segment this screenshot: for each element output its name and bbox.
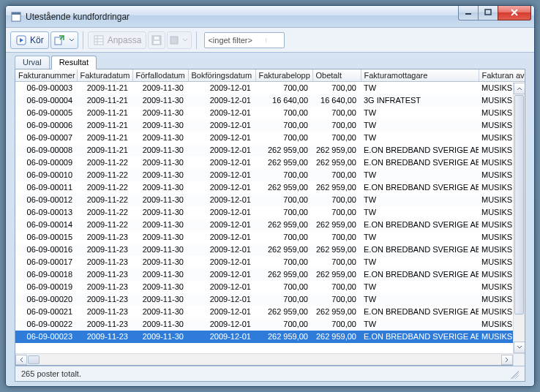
cell: 2009-12-01 xyxy=(188,331,255,343)
save-button[interactable] xyxy=(148,31,165,49)
cell: 2009-11-23 xyxy=(77,281,132,293)
table-row[interactable]: 06-09-000112009-11-222009-11-302009-12-0… xyxy=(15,181,525,194)
export-button[interactable] xyxy=(50,31,78,49)
app-window: Utestående kundfordringar Kör xyxy=(5,5,535,387)
cell: 2009-11-23 xyxy=(77,331,132,343)
cell: TW xyxy=(361,318,479,331)
table-row[interactable]: 06-09-000082009-11-212009-11-302009-12-0… xyxy=(15,144,525,157)
cell: 700,00 xyxy=(312,293,361,306)
column-header[interactable]: Bokföringsdatum xyxy=(188,69,255,82)
cell: 2009-11-30 xyxy=(132,157,188,169)
tab-resultat[interactable]: Resultat xyxy=(51,56,97,69)
scroll-thumb[interactable] xyxy=(514,95,524,314)
cell: 700,00 xyxy=(312,169,361,181)
table-row[interactable]: 06-09-000062009-11-212009-11-302009-12-0… xyxy=(15,119,525,132)
column-header[interactable]: Förfallodatum xyxy=(132,69,188,82)
save-dropdown-button[interactable] xyxy=(167,31,192,49)
filter-select[interactable]: <inget filter> xyxy=(204,32,285,48)
cell: 262 959,00 xyxy=(312,306,361,318)
cell: 2009-12-01 xyxy=(188,157,255,169)
vertical-scrollbar[interactable] xyxy=(513,83,525,353)
horizontal-scrollbar[interactable] xyxy=(15,353,525,365)
cell: 2009-12-01 xyxy=(188,181,255,194)
cell: 2009-11-30 xyxy=(132,107,188,119)
cell: 2009-11-30 xyxy=(132,293,188,306)
chevron-up-icon xyxy=(517,86,522,91)
scroll-down-button[interactable] xyxy=(514,342,525,353)
cell: 262 959,00 xyxy=(255,268,312,281)
cell: TW xyxy=(361,107,479,119)
cell: 2009-12-01 xyxy=(188,107,255,119)
cell: 2009-11-30 xyxy=(132,206,188,219)
titlebar[interactable]: Utestående kundfordringar xyxy=(6,6,534,28)
cell: 262 959,00 xyxy=(312,268,361,281)
column-header[interactable]: Obetalt xyxy=(312,69,361,82)
table-row[interactable]: 06-09-000212009-11-232009-11-302009-12-0… xyxy=(15,306,525,318)
tabstrip: Urval Resultat xyxy=(10,53,530,69)
table-row[interactable]: 06-09-000232009-11-232009-11-302009-12-0… xyxy=(15,331,525,343)
close-button[interactable] xyxy=(498,6,531,20)
customize-button[interactable]: Anpassa xyxy=(88,31,147,49)
table-row[interactable]: 06-09-000042009-11-212009-11-302009-12-0… xyxy=(15,94,525,107)
table-row[interactable]: 06-09-000032009-11-212009-11-302009-12-0… xyxy=(15,82,525,94)
table-row[interactable]: 06-09-000182009-11-232009-11-302009-12-0… xyxy=(15,268,525,281)
svg-rect-6 xyxy=(94,36,103,45)
cell: E.ON BREDBAND SVERIGE AB xyxy=(361,268,479,281)
table-row[interactable]: 06-09-000152009-11-232009-11-302009-12-0… xyxy=(15,231,525,244)
maximize-button[interactable] xyxy=(478,6,498,20)
column-header[interactable]: Fakturadatum xyxy=(77,69,132,82)
cell: 2009-12-01 xyxy=(188,268,255,281)
scroll-left-button[interactable] xyxy=(15,355,27,365)
table-row[interactable]: 06-09-000222009-11-232009-11-302009-12-0… xyxy=(15,318,525,331)
cell: 2009-11-30 xyxy=(132,169,188,181)
cell: 700,00 xyxy=(312,281,361,293)
cell: E.ON BREDBAND SVERIGE AB xyxy=(361,331,479,343)
cell: 262 959,00 xyxy=(255,219,312,231)
resize-grip-icon[interactable] xyxy=(509,369,519,379)
cell: TW xyxy=(361,256,479,268)
cell: 2009-11-22 xyxy=(77,169,132,181)
table-row[interactable]: 06-09-000102009-11-222009-11-302009-12-0… xyxy=(15,169,525,181)
scroll-right-button[interactable] xyxy=(501,355,513,365)
table-row[interactable]: 06-09-000202009-11-232009-11-302009-12-0… xyxy=(15,293,525,306)
table-row[interactable]: 06-09-000122009-11-222009-11-302009-12-0… xyxy=(15,194,525,206)
tab-urval[interactable]: Urval xyxy=(15,56,50,69)
cell: 2009-12-01 xyxy=(188,256,255,268)
run-button[interactable]: Kör xyxy=(10,31,49,49)
table-row[interactable]: 06-09-000052009-11-212009-11-302009-12-0… xyxy=(15,107,525,119)
cell: 2009-11-30 xyxy=(132,144,188,157)
scroll-up-button[interactable] xyxy=(514,83,525,94)
chevron-down-icon xyxy=(181,38,189,42)
table-row[interactable]: 06-09-000162009-11-232009-11-302009-12-0… xyxy=(15,244,525,256)
svg-rect-1 xyxy=(12,12,20,15)
cell: 700,00 xyxy=(312,231,361,244)
table-row[interactable]: 06-09-000072009-11-212009-11-302009-12-0… xyxy=(15,132,525,144)
table-row[interactable]: 06-09-000092009-11-222009-11-302009-12-0… xyxy=(15,157,525,169)
column-header[interactable]: Fakturamottagare xyxy=(361,69,479,82)
cell: 2009-12-01 xyxy=(188,244,255,256)
cell: 2009-12-01 xyxy=(188,82,255,94)
table-row[interactable]: 06-09-000142009-11-222009-11-302009-12-0… xyxy=(15,219,525,231)
cell: 262 959,00 xyxy=(255,181,312,194)
cell: 06-09-00013 xyxy=(15,206,77,219)
scroll-thumb[interactable] xyxy=(28,355,40,364)
cell: E.ON BREDBAND SVERIGE AB xyxy=(361,144,479,157)
cell: 700,00 xyxy=(255,194,312,206)
cell: TW xyxy=(361,169,479,181)
table-row[interactable]: 06-09-000172009-11-232009-11-302009-12-0… xyxy=(15,256,525,268)
minimize-button[interactable] xyxy=(458,6,479,20)
cell: 2009-11-21 xyxy=(77,107,132,119)
table-row[interactable]: 06-09-000132009-11-222009-11-302009-12-0… xyxy=(15,206,525,219)
cell: 700,00 xyxy=(255,169,312,181)
scroll-corner xyxy=(513,354,525,366)
cell: 2009-11-30 xyxy=(132,181,188,194)
cell: 2009-11-22 xyxy=(77,219,132,231)
column-header[interactable]: Fakturan av xyxy=(479,69,525,82)
column-header[interactable]: Fakturabelopp xyxy=(255,69,312,82)
cell: 700,00 xyxy=(255,119,312,132)
cell: 2009-12-01 xyxy=(188,219,255,231)
disk-icon xyxy=(151,34,162,46)
column-header[interactable]: Fakturanummer xyxy=(15,69,77,82)
cell: 700,00 xyxy=(312,132,361,144)
table-row[interactable]: 06-09-000192009-11-232009-11-302009-12-0… xyxy=(15,281,525,293)
